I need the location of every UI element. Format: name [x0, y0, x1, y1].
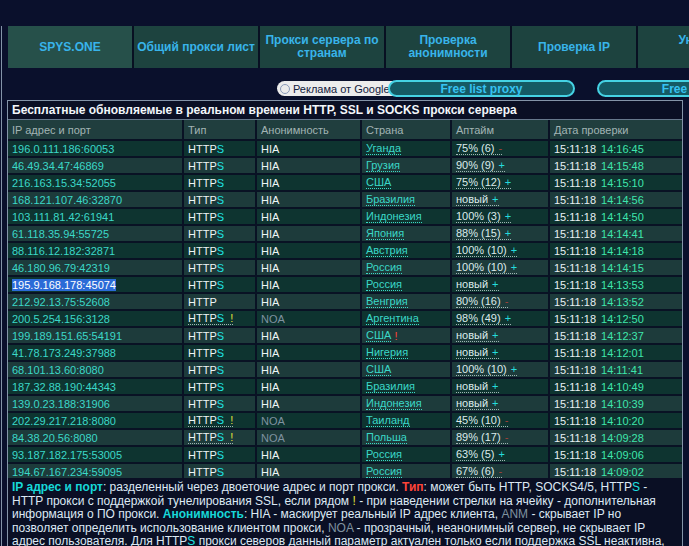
- uptime-link[interactable]: новый+: [456, 278, 499, 291]
- google-ad-badge[interactable]: Реклама от Google: [277, 81, 396, 96]
- uptime-link[interactable]: новый+: [456, 397, 499, 410]
- country-cell: США!: [362, 328, 452, 343]
- country-link[interactable]: Уганда: [366, 142, 401, 155]
- free-socks-proxy-button[interactable]: Free s: [597, 80, 689, 97]
- uptime-cell: новый+: [452, 328, 550, 343]
- legend-text: IP адрес и порт: разделенный через двоет…: [7, 478, 683, 546]
- country-link[interactable]: Грузия: [366, 159, 400, 172]
- uptime-link[interactable]: 80% (16)-: [456, 295, 508, 308]
- checked-time: 14:10:20: [601, 415, 644, 427]
- country-link[interactable]: Япония: [366, 227, 404, 240]
- country-link[interactable]: Россия: [366, 278, 402, 291]
- proxy-ip: 168.121.107.46:32870: [12, 194, 122, 206]
- checked-cell: 15:11:1814:16:45: [550, 141, 682, 156]
- uptime-value: 100% (10): [456, 244, 507, 256]
- uptime-link[interactable]: 45% (10)-: [456, 414, 508, 427]
- tab-anonymity-check[interactable]: Проверка анонимности: [386, 26, 512, 68]
- tab-spys-one[interactable]: SPYS.ONE: [8, 26, 134, 68]
- uptime-link[interactable]: новый+: [456, 346, 499, 359]
- checked-cell: 15:11:1814:14:50: [550, 209, 682, 224]
- country-link[interactable]: США: [366, 176, 391, 189]
- proxy-type[interactable]: HTTPS !: [188, 414, 233, 427]
- proxy-ip: 41.78.173.249:37988: [12, 347, 116, 359]
- country-link[interactable]: США: [366, 329, 391, 342]
- country-link[interactable]: Россия: [366, 465, 402, 478]
- type-cell: HTTPS: [184, 379, 257, 394]
- ip-cell: 200.5.254.156:3128: [8, 311, 184, 326]
- ip-cell: 68.101.13.60:8080: [8, 362, 184, 377]
- table-row: 139.0.23.188:31906HTTPSHIAИндонезияновый…: [8, 396, 682, 413]
- table-row: 88.116.12.182:32871HTTPSHIAАвстрия100% (…: [8, 243, 682, 260]
- uptime-cell: 89% (17)-: [452, 430, 550, 445]
- free-list-proxy-button[interactable]: Free list proxy: [388, 80, 575, 97]
- checked-date: 15:11:18: [554, 449, 596, 461]
- checked-cell: 15:11:1814:09:06: [550, 447, 682, 462]
- country-cell: Россия: [362, 464, 452, 479]
- country-link[interactable]: Россия: [366, 261, 402, 274]
- country-link[interactable]: Нигерия: [366, 346, 408, 359]
- uptime-link[interactable]: новый+: [456, 329, 499, 342]
- uptime-trend: +: [511, 363, 517, 375]
- checked-time: 14:14:41: [601, 228, 644, 240]
- uptime-trend: -: [505, 431, 509, 443]
- proxy-ip: 199.189.151.65:54191: [12, 330, 122, 342]
- checked-date: 15:11:18: [554, 143, 596, 155]
- checked-cell: 15:11:1814:14:15: [550, 260, 682, 275]
- anonymity-cell: HIA: [257, 209, 362, 224]
- country-link[interactable]: США: [366, 363, 391, 376]
- tab-ip-check[interactable]: Проверка IP: [512, 26, 638, 68]
- uptime-link[interactable]: 100% (10)+: [456, 244, 517, 257]
- uptime-link[interactable]: новый+: [456, 380, 499, 393]
- adchoices-icon: [280, 84, 290, 94]
- uptime-trend: -: [505, 414, 509, 426]
- anonymity-value: HIA: [261, 330, 279, 342]
- table-row: 202.29.217.218:8080HTTPS !NOAТаиланд45% …: [8, 413, 682, 430]
- uptime-cell: 75% (12)+: [452, 175, 550, 190]
- country-link[interactable]: Таиланд: [366, 414, 410, 427]
- checked-time: 14:12:37: [601, 330, 644, 342]
- uptime-link[interactable]: 100% (10)+: [456, 261, 517, 274]
- country-cell: Австрия: [362, 243, 452, 258]
- type-ssl-letter: S: [217, 262, 224, 274]
- country-link[interactable]: Индонезия: [366, 397, 422, 410]
- type-cell: HTTPS: [184, 141, 257, 156]
- country-link[interactable]: Венгрия: [366, 295, 408, 308]
- uptime-link[interactable]: 75% (6)-: [456, 142, 502, 155]
- proxy-type[interactable]: HTTPS !: [188, 312, 233, 325]
- uptime-link[interactable]: 67% (6)-: [456, 465, 502, 478]
- anonymity-value: NOA: [261, 415, 285, 427]
- tab-proxy-by-country[interactable]: Прокси сервера по странам: [260, 26, 386, 68]
- anonymity-value: HIA: [261, 466, 279, 478]
- tab-common-proxy-list[interactable]: Общий прокси лист: [134, 26, 260, 68]
- uptime-link[interactable]: 63% (5)+: [456, 448, 505, 461]
- country-link[interactable]: Бразилия: [366, 380, 415, 393]
- uptime-cell: новый+: [452, 345, 550, 360]
- uptime-trend: +: [511, 244, 517, 256]
- country-link[interactable]: Бразилия: [366, 193, 415, 206]
- country-link[interactable]: Польша: [366, 431, 407, 444]
- uptime-value: 88% (15): [456, 227, 501, 239]
- ip-cell: 41.78.173.249:37988: [8, 345, 184, 360]
- country-link[interactable]: Австрия: [366, 244, 408, 257]
- uptime-link[interactable]: 100% (3)+: [456, 210, 511, 223]
- country-link[interactable]: Индонезия: [366, 210, 422, 223]
- uptime-link[interactable]: 90% (9)+: [456, 159, 505, 172]
- column-header-type: Тип: [184, 120, 257, 139]
- table-row: 61.118.35.94:55725HTTPSHIAЯпония88% (15)…: [8, 226, 682, 243]
- type-ssl-letter: S: [217, 466, 224, 478]
- tab-universal-web-proxy[interactable]: Универ W: [638, 26, 689, 68]
- uptime-link[interactable]: 100% (10)+: [456, 363, 517, 376]
- uptime-link[interactable]: 98% (49)+: [456, 312, 511, 325]
- table-row: 200.5.254.156:3128HTTPS !NOAАргентина98%…: [8, 311, 682, 328]
- proxy-type[interactable]: HTTPS !: [188, 431, 233, 444]
- type-cell: HTTPS: [184, 192, 257, 207]
- uptime-link[interactable]: новый+: [456, 193, 499, 206]
- uptime-trend: +: [505, 312, 511, 324]
- uptime-trend: -: [499, 142, 503, 154]
- uptime-link[interactable]: 75% (12)+: [456, 176, 511, 189]
- anonymity-value: HIA: [261, 449, 279, 461]
- country-link[interactable]: Аргентина: [366, 312, 419, 325]
- country-link[interactable]: Россия: [366, 448, 402, 461]
- uptime-link[interactable]: 88% (15)+: [456, 227, 511, 240]
- uptime-link[interactable]: 89% (17)-: [456, 431, 508, 444]
